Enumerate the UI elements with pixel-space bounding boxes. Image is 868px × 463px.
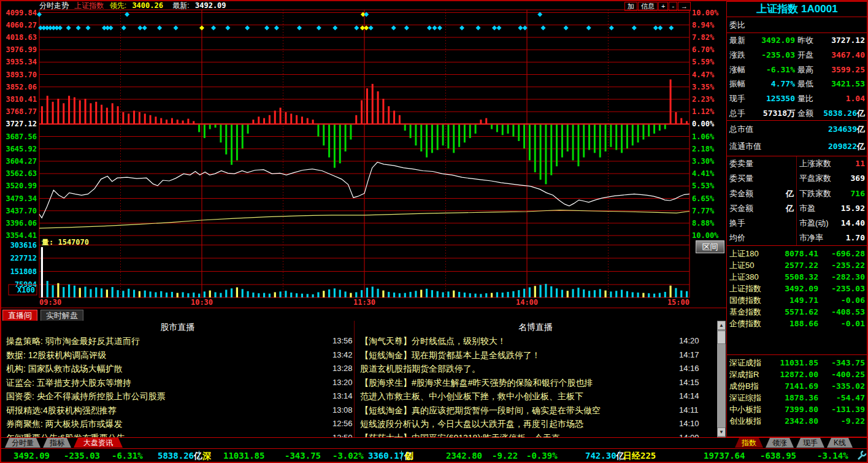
sz-indices-section: 深证成指11031.85-343.75深成指R12872.00-400.25成份… (727, 354, 867, 437)
svg-text:3604.27: 3604.27 (6, 157, 37, 166)
scroll-up-icon[interactable]: ▲ (717, 321, 726, 330)
weibi-value: -101915427 (817, 17, 865, 33)
tab-market-news[interactable]: 大盘资讯 (74, 438, 123, 448)
svg-text:303616: 303616 (10, 241, 37, 250)
news-item[interactable]: 研报精选:4股获机构强烈推荐 (6, 404, 347, 417)
news-panel: 股市直播 名博直播 操盘策略: 弱市淘金最好反其道而行13:56数据: 12股获… (1, 321, 726, 437)
blog-item[interactable]: 短线波段分析认为，今日大盘以大跌开盘，再度引起市场恐 (360, 417, 673, 430)
news-time: 13:42 (332, 348, 353, 362)
svg-text:6.65%: 6.65% (692, 194, 715, 203)
sh-index-row[interactable]: 上证3805508.32-282.30 (727, 271, 867, 283)
tools-wrench-icon[interactable] (856, 450, 867, 463)
tab-realtime-commentary[interactable]: 实时解盘 (40, 310, 83, 321)
sz-index-row[interactable]: 成份B指7141.69-335.02 (727, 380, 867, 392)
sz-index-row[interactable]: 中小板指7399.80-131.39 (727, 404, 867, 415)
news-item[interactable]: 操盘策略: 弱市淘金最好反其道而行 (6, 334, 347, 348)
svg-text:11:30: 11:30 (353, 298, 375, 307)
svg-text:1.12%: 1.12% (692, 107, 715, 116)
svg-text:227712: 227712 (10, 254, 37, 262)
news-item[interactable]: 数据: 12股获机构调高评级 (6, 348, 347, 362)
svg-text:3727.12: 3727.12 (6, 120, 37, 128)
svg-text:5.53%: 5.53% (692, 182, 715, 190)
status-separator (401, 451, 402, 461)
news-item[interactable]: 机构: 国家队救市战场大幅扩散 (6, 362, 347, 375)
svg-text:7.77%: 7.77% (692, 207, 715, 215)
quote-panel: 上证指数 1A0001 委比-85.44%-101915427 最新3492.0… (726, 1, 868, 437)
quote-row: 最新3492.09昨收3727.12 (727, 33, 867, 48)
sz-index-row[interactable]: 深证综指1878.36-54.47 (727, 392, 867, 404)
blog-time: 14:10 (679, 417, 699, 430)
range-button[interactable]: 区间 (696, 240, 724, 253)
news-item[interactable]: 证监会: 五举措支持大股东等增持 (6, 376, 347, 389)
status-bar: 3492.09-235.03-6.31%5838.26亿深11031.85-34… (1, 448, 868, 462)
svg-text:3396.06: 3396.06 (6, 219, 37, 228)
bottom-tab-row: 分时量 指标 大盘资讯 指数 领涨 现手 K线 (1, 438, 868, 448)
news-item[interactable]: 券商聚焦: 两大板块后市或爆发 (6, 417, 347, 430)
svg-text:X100: X100 (17, 286, 35, 294)
blog-item[interactable]: 股道玄机股指期货全部跌停了。 (360, 362, 673, 375)
sh-index-row[interactable]: 基金指数5571.62-408.53 (727, 306, 867, 318)
svg-text:3520.99: 3520.99 (6, 182, 37, 190)
tab-indicator[interactable]: 指标 (43, 438, 71, 448)
tab-gainers[interactable]: 领涨 (766, 438, 794, 448)
quote-row: 涨幅-6.31%最高3599.25 (727, 63, 867, 77)
news-time: 13:08 (332, 404, 353, 417)
tab-kline[interactable]: K线 (827, 438, 853, 448)
sz-index-row[interactable]: 深成指R12872.00-400.25 (727, 369, 867, 380)
tab-index[interactable]: 指数 (735, 438, 763, 448)
svg-text:3935.34: 3935.34 (6, 58, 37, 66)
sh-index-row[interactable]: 上证指数3492.09-235.03 (727, 283, 867, 294)
status-value: -343.75 (285, 449, 321, 462)
sz-index-row[interactable]: 创业板指2342.80-9.22 (727, 415, 867, 427)
blog-item[interactable]: 【短线淘金】真的应该把期货暂停一段时间，确实是在带头做空 (360, 404, 673, 417)
marketcap-row: 总市值234639亿 (727, 121, 867, 138)
tab-volume-now[interactable]: 现手 (796, 438, 824, 448)
svg-text:09:30: 09:30 (39, 298, 61, 307)
sh-index-row[interactable]: 企债指数188.66-0.01 (727, 318, 867, 329)
sh-index-row[interactable]: 上证1808078.41-696.28 (727, 248, 867, 259)
news-item[interactable]: 国资委: 央企不得减持所控股上市公司股票 (6, 389, 347, 403)
scroll-down-icon[interactable]: ▼ (717, 427, 726, 437)
svg-text:5.59%: 5.59% (692, 58, 715, 66)
left-news-header: 股市直播 (1, 322, 354, 333)
quote-row: 总手57318万金额5838.26亿 (727, 106, 867, 121)
weibi-row: 委比-85.44%-101915427 (727, 17, 867, 33)
status-value: 3492.09 (13, 449, 50, 462)
status-value: 深 (202, 449, 211, 462)
blog-item[interactable]: 【股海求生】#股海求生解盘#昨天强势的保险和银行个股也排 (360, 376, 673, 389)
svg-text:3.30%: 3.30% (692, 157, 715, 166)
blog-item[interactable]: 范进入市救主板、中小创业板下挫，救中小创业板、主板下 (360, 389, 673, 403)
sh-index-row[interactable]: 国债指数149.71-0.06 (727, 294, 867, 306)
news-scrollbar[interactable]: ▲ ▼ (717, 321, 726, 437)
marketcap-section: 总市值234639亿流通市值209822亿 (727, 120, 867, 156)
index-title: 上证指数 1A0001 (727, 2, 867, 17)
status-value: -6.31% (112, 449, 143, 462)
svg-text:3976.99: 3976.99 (6, 45, 37, 54)
status-value: 742.30亿 (585, 449, 625, 462)
status-value: -638.95 (760, 449, 796, 462)
weibi-pct: -85.44% (759, 17, 793, 33)
tab-live-room[interactable]: 直播间 (2, 310, 37, 322)
weibi-label: 委比 (729, 17, 745, 33)
status-value: 日经225 (623, 449, 656, 462)
stock-app-window: 分时走势 上证指数 领先: 3400.26 最新: 3492.09 加信息+-→… (0, 0, 868, 463)
scrollbar-thumb[interactable] (717, 331, 726, 344)
news-time: 12:56 (332, 417, 353, 430)
status-value: -0.39% (526, 449, 558, 462)
svg-text:3810.41: 3810.41 (6, 95, 37, 104)
blog-item[interactable]: 【短线淘金】现在期货都基本上是全线跌停了！ (360, 348, 673, 362)
stats-grid-section: 委卖量10600281上涨家数11委买量8684854平盘家数369卖金额134… (727, 156, 867, 245)
blog-item[interactable]: 【淘气天尊】分时线低点，级别较大！ (360, 334, 673, 348)
svg-text:3437.70: 3437.70 (6, 207, 37, 215)
sz-index-row[interactable]: 深证成指11031.85-343.75 (727, 357, 867, 369)
blog-time: 14:14 (679, 389, 699, 403)
svg-text:0.00%: 0.00% (692, 120, 715, 128)
svg-text:10.00%: 10.00% (692, 9, 719, 17)
svg-text:15:00: 15:00 (667, 298, 689, 307)
tab-volume[interactable]: 分时量 (5, 438, 40, 448)
svg-text:4099.84: 4099.84 (6, 9, 37, 17)
right-news-header: 名博直播 (354, 322, 717, 333)
blog-time: 14:15 (679, 376, 699, 389)
svg-text:3354.41: 3354.41 (6, 231, 37, 240)
sh-index-row[interactable]: 上证502577.22-235.22 (727, 259, 867, 271)
